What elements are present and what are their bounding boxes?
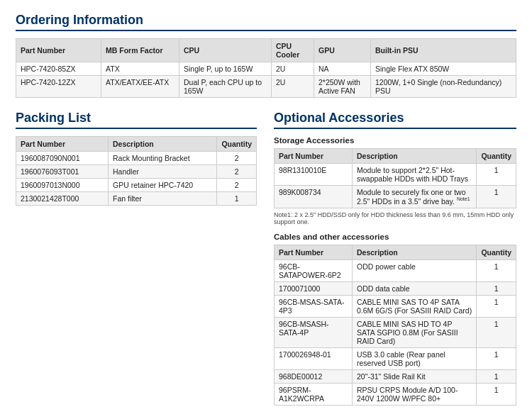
part-number: 2130021428T000	[16, 192, 109, 206]
description: GPU retainer HPC-7420	[109, 179, 217, 192]
description: Rack Mounting Bracket	[109, 152, 217, 165]
quantity: 2	[217, 179, 257, 192]
table-row: 968DE00012 20"-31" Slide Rail Kit 1	[275, 369, 516, 383]
description: ODD data cable	[353, 281, 477, 295]
table-row: 1700071000 ODD data cable 1	[275, 281, 516, 295]
table-row: 96CB-SATAPOWER-6P2 ODD power cable 1	[275, 259, 516, 281]
part-number: 989K008734	[275, 186, 353, 208]
table-row: 1960076093T001 Handler 2	[16, 165, 257, 179]
ordering-col-gpu: GPU	[314, 39, 371, 62]
ordering-col-part: Part Number	[16, 39, 101, 62]
cpu: Single P, up to 165W	[179, 62, 272, 76]
quantity: 1	[477, 186, 516, 208]
description: ODD power cable	[353, 259, 477, 281]
ordering-col-mb: MB Form Factor	[101, 39, 179, 62]
table-row: 96CB-MSASH-SATA-4P CABLE MINI SAS HD TO …	[275, 317, 516, 347]
part-number: 1960097013N000	[16, 179, 109, 192]
part-number: 96PSRM-A1K2WCRPA	[275, 383, 353, 405]
ordering-section: Ordering Information Part Number MB Form…	[16, 13, 516, 98]
storage-col-qty: Quantity	[477, 149, 516, 164]
quantity: 1	[477, 164, 516, 186]
description: RPSU CRPS Module A/D 100-240V 1200W W/PF…	[353, 383, 477, 405]
part-number: HPC-7420-85ZX	[16, 62, 101, 76]
description: USB 3.0 cable (Rear panel reserved USB p…	[353, 347, 477, 369]
packing-title: Packing List	[16, 111, 257, 129]
packing-col-qty: Quantity	[217, 137, 257, 152]
cables-col-part: Part Number	[275, 245, 353, 259]
cpu-cooler: 2U	[272, 76, 314, 98]
quantity: 1	[477, 295, 516, 317]
storage-subtitle: Storage Accessories	[274, 136, 516, 145]
gpu: NA	[314, 62, 371, 76]
part-number: 96CB-MSAS-SATA-4P3	[275, 295, 353, 317]
cables-col-desc: Description	[353, 245, 477, 259]
psu: Single Flex ATX 850W	[371, 62, 516, 76]
quantity: 1	[477, 369, 516, 383]
part-number: 1960076093T001	[16, 165, 109, 179]
packing-table: Part Number Description Quantity 1960087…	[16, 136, 257, 206]
quantity: 1	[477, 317, 516, 347]
storage-table: Part Number Description Quantity 98R1310…	[274, 148, 516, 208]
table-row: 1960097013N000 GPU retainer HPC-7420 2	[16, 179, 257, 192]
mb-form-factor: ATX/EATX/EE-ATX	[101, 76, 179, 98]
ordering-col-psu: Built-in PSU	[371, 39, 516, 62]
table-row: 2130021428T000 Fan filter 1	[16, 192, 257, 206]
table-row: 98R1310010E Module to support 2*2.5" Hot…	[275, 164, 516, 186]
part-number: 1960087090N001	[16, 152, 109, 165]
quantity: 1	[477, 347, 516, 369]
cpu: Dual P, each CPU up to 165W	[179, 76, 272, 98]
ordering-col-cooler: CPU Cooler	[272, 39, 314, 62]
note1: Note1: 2 x 2.5" HDD/SSD only for HDD thi…	[274, 211, 516, 225]
description: CABLE MINI SAS HD TO 4P SATA SGPIO 0.8M …	[353, 317, 477, 347]
ordering-col-cpu: CPU	[179, 39, 272, 62]
gpu: 2*250W with Active FAN	[314, 76, 371, 98]
description: Module to support 2*2.5" Hot-swappable H…	[353, 164, 477, 186]
optional-title: Optional Accessories	[274, 111, 516, 129]
quantity: 1	[477, 383, 516, 405]
part-number: 1700071000	[275, 281, 353, 295]
note-ref: Note1	[457, 196, 470, 201]
part-number: 1700026948-01	[275, 347, 353, 369]
storage-col-desc: Description	[353, 149, 477, 164]
packing-section: Packing List Part Number Description Qua…	[16, 111, 257, 406]
description: Fan filter	[109, 192, 217, 206]
storage-col-part: Part Number	[275, 149, 353, 164]
cpu-cooler: 2U	[272, 62, 314, 76]
quantity: 2	[217, 165, 257, 179]
packing-col-part: Part Number	[16, 137, 109, 152]
ordering-title: Ordering Information	[16, 13, 516, 31]
cables-col-qty: Quantity	[477, 245, 516, 259]
part-number: HPC-7420-12ZX	[16, 76, 101, 98]
description: Module to securely fix one or two 2.5" H…	[353, 186, 477, 208]
quantity: 1	[477, 259, 516, 281]
part-number: 96CB-SATAPOWER-6P2	[275, 259, 353, 281]
table-row: 96PSRM-A1K2WCRPA RPSU CRPS Module A/D 10…	[275, 383, 516, 405]
table-row: 1960087090N001 Rack Mounting Bracket 2	[16, 152, 257, 165]
description: Handler	[109, 165, 217, 179]
table-row: 989K008734 Module to securely fix one or…	[275, 186, 516, 208]
mb-form-factor: ATX	[101, 62, 179, 76]
psu: 1200W, 1+0 Single (non-Redundancy) PSU	[371, 76, 516, 98]
part-number: 98R1310010E	[275, 164, 353, 186]
quantity: 1	[217, 192, 257, 206]
cables-table: Part Number Description Quantity 96CB-SA…	[274, 245, 516, 406]
optional-section: Optional Accessories Storage Accessories…	[274, 111, 516, 406]
part-number: 968DE00012	[275, 369, 353, 383]
table-row: HPC-7420-85ZX ATX Single P, up to 165W 2…	[16, 62, 516, 76]
table-row: 1700026948-01 USB 3.0 cable (Rear panel …	[275, 347, 516, 369]
quantity: 2	[217, 152, 257, 165]
table-row: 96CB-MSAS-SATA-4P3 CABLE MINI SAS TO 4P …	[275, 295, 516, 317]
part-number: 96CB-MSASH-SATA-4P	[275, 317, 353, 347]
description: 20"-31" Slide Rail Kit	[353, 369, 477, 383]
description: CABLE MINI SAS TO 4P SATA 0.6M 6G/S (For…	[353, 295, 477, 317]
ordering-table: Part Number MB Form Factor CPU CPU Coole…	[16, 38, 516, 98]
quantity: 1	[477, 281, 516, 295]
cables-subtitle: Cables and other accessories	[274, 233, 516, 241]
table-row: HPC-7420-12ZX ATX/EATX/EE-ATX Dual P, ea…	[16, 76, 516, 98]
packing-col-desc: Description	[109, 137, 217, 152]
